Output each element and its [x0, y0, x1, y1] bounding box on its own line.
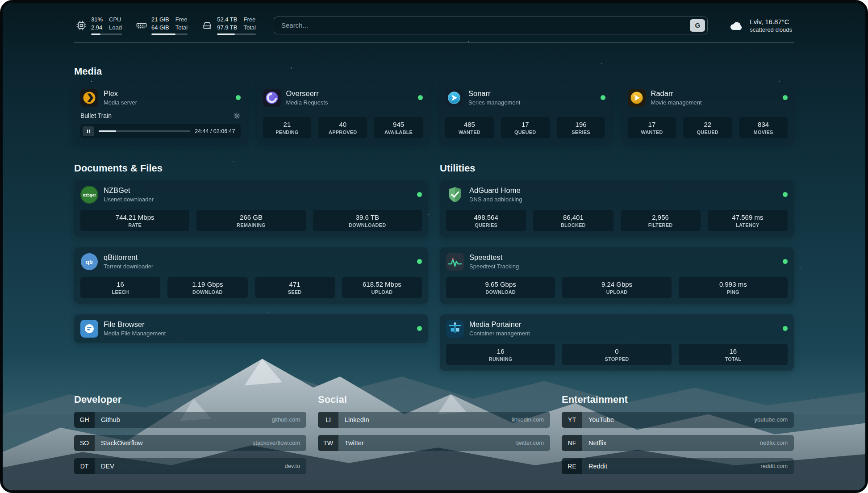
resource-label: CPU: [109, 16, 122, 24]
qbittorrent-icon[interactable]: qb: [80, 253, 98, 271]
stat-label: BLOCKED: [535, 222, 611, 228]
service-name: Media Portainer: [469, 320, 530, 329]
bookmark-twitter[interactable]: TWTwittertwitter.com: [318, 435, 550, 451]
resource-value: 21 GiB: [151, 16, 169, 24]
service-card-plex: PlexMedia serverBullet Train24:44 / 02:0…: [74, 84, 247, 144]
speedtest-icon[interactable]: [446, 253, 464, 271]
stat-queued: 22QUEUED: [683, 117, 732, 138]
stat-approved: 40APPROVED: [318, 117, 367, 138]
section-title-media: Media: [74, 66, 794, 77]
bookmark-label: YouTube: [588, 416, 614, 423]
stat-label: STOPPED: [564, 356, 669, 362]
bookmark-label: Github: [101, 416, 120, 423]
bookmark-group-developer: DeveloperGHGithubgithub.comSOStackOverfl…: [74, 394, 306, 481]
resource-label: Total: [175, 24, 188, 32]
bookmark-abbr: SO: [74, 435, 95, 451]
resource-values: 52.4 TBFree97.9 TBTotal: [217, 16, 256, 32]
sonarr-icon[interactable]: [445, 89, 463, 107]
stat-upload: 9.24 GbpsUPLOAD: [562, 277, 671, 298]
nzbget-icon[interactable]: nzbget: [80, 186, 98, 204]
stat-value: 834: [741, 121, 786, 128]
resource-usage-bar: [151, 33, 188, 35]
weather-text: Lviv, 16.87°C scattered clouds: [750, 18, 792, 33]
media-cards: PlexMedia serverBullet Train24:44 / 02:0…: [74, 84, 794, 144]
bookmark-reddit[interactable]: RERedditreddit.com: [562, 458, 794, 474]
resource-readout: 31%CPU2.94Load: [91, 16, 122, 35]
stat-label: LATENCY: [709, 222, 786, 228]
service-stats: 744.21 MbpsRATE266 GBREMAINING39.6 TBDOW…: [80, 210, 422, 231]
stat-label: QUEUED: [685, 130, 730, 135]
stat-pending: 21PENDING: [263, 117, 312, 138]
filebrowser-icon[interactable]: [80, 320, 98, 338]
bookmark-dev[interactable]: DTDEVdev.to: [74, 458, 306, 474]
bookmark-label: StackOverflow: [101, 439, 142, 447]
service-header: OverseerrMedia Requests: [263, 89, 423, 107]
service-card-portainer: Media PortainerContainer management16RUN…: [440, 314, 794, 371]
stat-value: 9.24 Gbps: [564, 280, 669, 288]
now-playing-title: Bullet Train: [80, 112, 112, 119]
stat-value: 471: [257, 280, 333, 288]
service-stats: 17WANTED22QUEUED834MOVIES: [628, 117, 788, 138]
service-description: Media File Management: [104, 330, 166, 337]
service-meta: Media PortainerContainer management: [469, 320, 530, 337]
stat-value: 22: [685, 121, 730, 128]
service-card-qbittorrent: qbqBittorrentTorrent downloader16LEECH1.…: [74, 247, 428, 304]
stat-value: 2,956: [622, 213, 699, 221]
stat-value: 744.21 Mbps: [82, 213, 188, 221]
stat-value: 266 GB: [198, 213, 304, 221]
status-dot: [236, 95, 241, 100]
search-input[interactable]: [280, 21, 690, 29]
pause-button[interactable]: [83, 126, 94, 136]
bookmark-youtube[interactable]: YTYouTubeyoutube.com: [562, 412, 794, 428]
stat-downloaded: 39.6 TBDOWNLOADED: [313, 210, 422, 231]
stat-stopped: 0STOPPED: [562, 344, 671, 365]
stat-label: WANTED: [447, 130, 492, 135]
bookmark-netflix[interactable]: NFNetflixnetflix.com: [562, 435, 794, 451]
service-description: Media server: [104, 99, 137, 106]
service-card-sonarr: SonarrSeries management485WANTED17QUEUED…: [439, 84, 612, 144]
bookmark-label: Reddit: [588, 463, 607, 470]
bookmark-url: netflix.com: [760, 439, 788, 446]
stat-download: 9.65 GbpsDOWNLOAD: [446, 277, 555, 298]
stat-label: MOVIES: [741, 130, 786, 135]
bookmark-stackoverflow[interactable]: SOStackOverflowstackoverflow.com: [74, 435, 306, 451]
radarr-icon[interactable]: [628, 89, 646, 107]
settings-gear-icon[interactable]: [233, 112, 241, 120]
section-media: Media PlexMedia serverBullet Train24:44 …: [74, 66, 794, 144]
service-stats: 485WANTED17QUEUED196SERIES: [445, 117, 605, 138]
dashboard-content: 31%CPU2.94Load21 GiBFree64 GiBTotal52.4 …: [3, 3, 865, 490]
resource-usage-bar: [91, 33, 122, 35]
documents-cards: nzbgetNZBGetUsenet downloader744.21 Mbps…: [74, 180, 428, 343]
bookmark-github[interactable]: GHGithubgithub.com: [74, 412, 306, 428]
resource-label: Load: [109, 24, 122, 32]
stat-label: APPROVED: [320, 130, 365, 135]
search-provider-button[interactable]: G: [690, 19, 705, 32]
stat-value: 1.19 Gbps: [169, 280, 246, 288]
status-dot: [601, 95, 605, 100]
service-meta: PlexMedia server: [104, 89, 137, 106]
stat-value: 498,564: [448, 213, 524, 221]
weather-widget[interactable]: Lviv, 16.87°C scattered clouds: [729, 18, 792, 33]
overseerr-icon[interactable]: [263, 89, 281, 107]
svg-text:nzbget: nzbget: [83, 193, 96, 197]
playback-progress-bar[interactable]: [99, 130, 190, 132]
section-title-entertainment: Entertainment: [562, 394, 794, 405]
stat-value: 945: [376, 121, 421, 128]
bookmark-linkedin[interactable]: LILinkedInlinkedin.com: [318, 412, 550, 428]
resource-value: 52.4 TB: [217, 16, 237, 24]
search-bar: G: [274, 17, 708, 34]
stat-ping: 0.993 msPING: [679, 277, 788, 298]
section-utilities: Utilities AdGuard HomeDNS and adblocking…: [440, 163, 794, 371]
adguard-icon[interactable]: [446, 186, 464, 204]
stat-label: PENDING: [265, 130, 310, 135]
service-description: Usenet downloader: [104, 196, 154, 203]
service-name: qBittorrent: [104, 253, 153, 262]
bookmark-url: stackoverflow.com: [253, 439, 300, 446]
service-header: RadarrMovie management: [628, 89, 788, 107]
stat-wanted: 485WANTED: [445, 117, 494, 138]
service-card-radarr: RadarrMovie management17WANTED22QUEUED83…: [622, 84, 794, 144]
status-dot: [783, 192, 788, 197]
plex-icon[interactable]: [80, 89, 98, 107]
portainer-icon[interactable]: [446, 320, 464, 338]
service-meta: File BrowserMedia File Management: [104, 320, 166, 337]
